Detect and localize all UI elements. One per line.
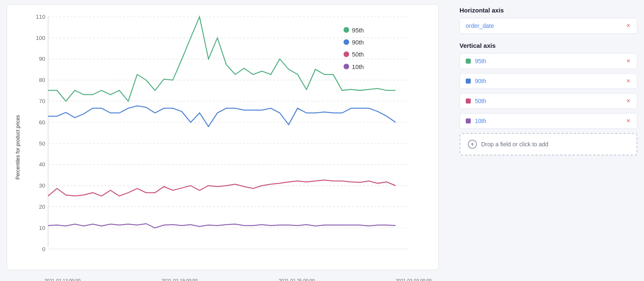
svg-text:70: 70 (39, 98, 45, 104)
x-label-3: 2021-02-25 00:00 (278, 278, 315, 281)
svg-point-29 (344, 52, 349, 57)
x-label-4: 2021-03-03 00:00 (396, 278, 432, 281)
svg-point-25 (344, 27, 349, 33)
svg-point-31 (344, 64, 349, 69)
field-color-50th (466, 99, 471, 104)
svg-text:30: 30 (39, 182, 45, 189)
vertical-axis-field-10th: 10th × (460, 113, 637, 129)
chart-svg: 110 100 90 80 70 60 (24, 11, 432, 276)
line-90th (48, 106, 396, 127)
field-left-90th: 90th (466, 78, 486, 84)
field-name-50th: 50th (475, 98, 486, 104)
svg-text:95th: 95th (352, 27, 364, 34)
main-content: Percentiles for product prices 110 100 (0, 0, 453, 281)
y-axis: 110 100 90 80 70 60 (36, 14, 408, 252)
field-color-90th (466, 79, 471, 84)
field-name-10th: 10th (475, 118, 486, 124)
chart-container: Percentiles for product prices 110 100 (7, 4, 439, 270)
field-left-95th: 95th (466, 58, 486, 64)
svg-text:50th: 50th (352, 51, 364, 58)
vertical-axis-field-95th: 95th × (460, 53, 637, 69)
vertical-axis-title: Vertical axis (460, 42, 637, 49)
chart-svg-area: 110 100 90 80 70 60 (24, 11, 432, 276)
field-left-10th: 10th (466, 118, 486, 124)
svg-point-27 (344, 39, 349, 45)
drop-field-button[interactable]: + Drop a field or click to add (460, 133, 637, 155)
field-left-50th: 50th (466, 98, 486, 104)
horizontal-axis-field: order_date × (460, 18, 637, 34)
remove-button-50th[interactable]: × (626, 98, 631, 104)
remove-button-10th[interactable]: × (626, 118, 631, 124)
x-label-2: 2021-02-19 00:00 (162, 278, 198, 281)
svg-text:80: 80 (39, 77, 45, 83)
field-name-90th: 90th (475, 78, 486, 84)
plus-icon: + (468, 140, 477, 149)
svg-text:10th: 10th (352, 64, 364, 70)
svg-text:50: 50 (39, 140, 45, 147)
vertical-axis-field-50th: 50th × (460, 93, 637, 109)
svg-text:60: 60 (39, 119, 45, 126)
x-label-1: 2021-02-13 00:00 (44, 278, 81, 281)
svg-text:90th: 90th (352, 39, 364, 46)
svg-text:100: 100 (36, 35, 45, 41)
svg-text:90: 90 (39, 56, 45, 62)
x-axis-labels: 2021-02-13 00:00 2021-02-19 00:00 2021-0… (24, 276, 432, 281)
horizontal-axis-remove-button[interactable]: × (626, 22, 631, 29)
horizontal-axis-title: Horizontal axis (460, 7, 637, 14)
field-color-95th (466, 59, 471, 64)
field-name-95th: 95th (475, 58, 486, 64)
horizontal-axis-field-left: order_date (466, 22, 494, 29)
svg-text:20: 20 (39, 204, 45, 210)
chart-inner: 110 100 90 80 70 60 (24, 11, 432, 281)
line-10th (48, 224, 396, 228)
field-color-10th (466, 118, 471, 123)
right-panel: Horizontal axis order_date × Vertical ax… (453, 0, 644, 281)
svg-text:0: 0 (42, 246, 45, 252)
horizontal-axis-section: Horizontal axis order_date × (460, 7, 637, 34)
svg-text:40: 40 (39, 161, 45, 168)
drop-field-label: Drop a field or click to add (481, 141, 548, 148)
remove-button-95th[interactable]: × (626, 58, 631, 64)
chart-area: Percentiles for product prices 110 100 (14, 11, 432, 281)
vertical-axis-section: Vertical axis 95th × 90th × 50th × (460, 42, 637, 155)
vertical-axis-field-90th: 90th × (460, 73, 637, 89)
svg-text:10: 10 (39, 225, 45, 231)
svg-text:110: 110 (36, 14, 45, 20)
remove-button-90th[interactable]: × (626, 78, 631, 84)
line-50th (48, 180, 396, 196)
y-axis-label: Percentiles for product prices (14, 11, 22, 281)
legend: 95th 90th 50th 10th (344, 27, 364, 70)
horizontal-axis-field-name: order_date (466, 22, 494, 29)
